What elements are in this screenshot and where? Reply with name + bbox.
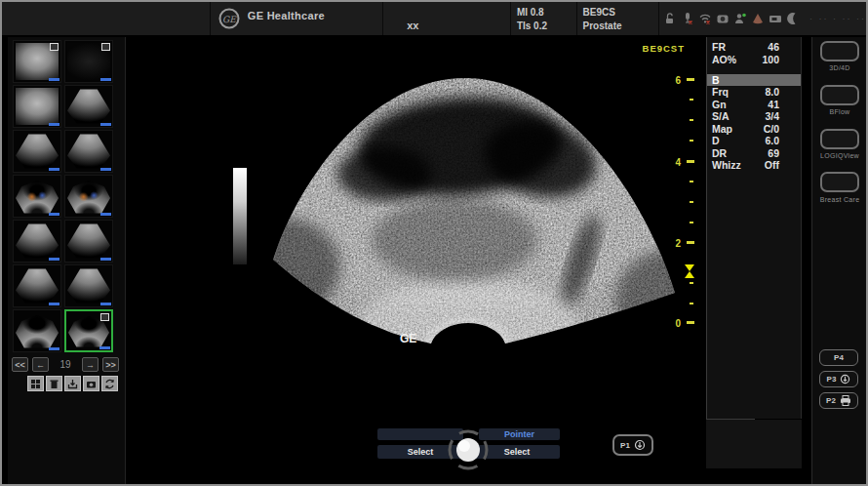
patient-id: xx (407, 20, 418, 31)
p1-label: P1 (620, 441, 630, 450)
user-online-icon (733, 12, 747, 25)
param-row-map: MapC/0 (707, 123, 801, 135)
depth-tick-0: 0 (675, 318, 681, 329)
ge-logo-icon: GE (218, 8, 240, 29)
mode-button-breastcare[interactable] (820, 172, 859, 192)
mi-value: MI 0.8 (517, 6, 576, 20)
top-bar-blank (2, 2, 210, 35)
mode-label-logiqview: LOGIQView (812, 152, 867, 159)
p4-label: P4 (834, 353, 844, 362)
preset-label: BE9CST (643, 43, 685, 54)
vendor-watermark: GE (400, 332, 416, 345)
ultrasound-screen: GE GE Healthcare xx MI 0.8 TIs 0.2 BE9CS… (0, 0, 868, 486)
probe-preset-indicator[interactable]: BE9CS Prostate (576, 2, 658, 35)
thumbnail-pager: << ← 19 → >> (12, 357, 119, 372)
printer-icon (840, 395, 851, 406)
thumbnail-badge-icon (100, 313, 109, 321)
wifi-off-icon (698, 12, 712, 25)
mode-label-bflow: BFlow (812, 108, 867, 115)
param-row-fr: FR46 (707, 41, 801, 53)
thumbnail-8[interactable] (64, 175, 113, 218)
thumbnail-9[interactable] (13, 220, 61, 263)
connector-icon (769, 12, 782, 25)
last-page-button[interactable]: >> (102, 357, 119, 372)
svg-text:GE: GE (222, 15, 237, 24)
transducer-icon (751, 12, 765, 25)
p4-button[interactable]: P4 (819, 349, 858, 366)
thumbnail-badge-icon (101, 43, 110, 51)
mode-button-bflow[interactable] (820, 85, 859, 105)
focus-marker-icon (685, 264, 694, 278)
thumbnail-7[interactable] (13, 175, 61, 218)
grid-icon[interactable] (27, 376, 44, 391)
first-page-button[interactable]: << (12, 357, 28, 372)
snapshot-icon[interactable] (83, 376, 99, 391)
thumbnail-2[interactable] (64, 40, 113, 83)
probe-alert-icon (681, 12, 694, 25)
thumbnail-badge-icon (50, 43, 59, 51)
depth-tick-4: 4 (675, 157, 681, 168)
status-dots: · ·· · ·· ·· (809, 14, 866, 23)
thumbnail-10[interactable] (64, 220, 113, 263)
scan-fan[interactable]: GE (228, 78, 706, 373)
next-page-button[interactable]: → (82, 357, 99, 372)
thumbnail-grid (13, 40, 113, 352)
param-row-dr: DR69 (707, 147, 801, 159)
thumbnail-13[interactable] (13, 309, 61, 352)
crescent-icon (786, 12, 800, 25)
thumbnail-4[interactable] (64, 85, 113, 128)
thumbnail-14-selected[interactable] (64, 309, 113, 352)
status-icon-tray: · ·· · ·· ·· (658, 2, 866, 35)
trash-icon[interactable] (46, 376, 62, 391)
param-row-bmode: B (707, 74, 801, 86)
preset-name: Prostate (583, 20, 658, 33)
thumbnail-12[interactable] (64, 264, 113, 307)
depth-tick-2: 2 (675, 238, 681, 249)
b-mode-parameter-panel: FR46 AO%100 B Frq8.0 Gn41 S/A3/4 MapC/0 … (706, 37, 802, 419)
brand-text: GE Healthcare (248, 10, 325, 21)
thumbnail-11[interactable] (13, 264, 61, 307)
sync-icon[interactable] (101, 376, 118, 391)
acoustic-output-readout: MI 0.8 TIs 0.2 (510, 2, 576, 35)
thumbnail-3[interactable] (13, 85, 61, 128)
mode-button-logiqview[interactable] (820, 129, 859, 149)
clipboard-toolbar (27, 376, 118, 391)
trackball-highlight (458, 440, 470, 452)
thumbnail-6[interactable] (64, 130, 113, 173)
param-panel-lower (706, 420, 802, 468)
depth-tick-6: 6 (675, 75, 681, 86)
param-row-whizz: WhizzOff (707, 159, 801, 171)
p2-button[interactable]: P2 (819, 392, 858, 409)
p3-button[interactable]: P3 (819, 371, 858, 387)
p1-button[interactable]: P1 (612, 434, 653, 456)
probe-model: BE9CS (583, 6, 658, 20)
prev-page-button[interactable]: ← (32, 357, 49, 372)
param-row-d: D6.0 (707, 135, 801, 146)
top-bar: GE GE Healthcare xx MI 0.8 TIs 0.2 BE9CS… (2, 2, 866, 35)
depth-ruler: 6 4 2 0 (675, 75, 694, 329)
thumbnail-5[interactable] (13, 130, 61, 173)
param-row-gn: Gn41 (707, 99, 801, 110)
unlock-icon (663, 12, 677, 25)
page-counter: 19 (53, 359, 78, 370)
p3-label: P3 (827, 375, 837, 384)
brand-section: GE GE Healthcare (210, 2, 382, 35)
p2-label: P2 (826, 396, 836, 405)
save-icon[interactable] (64, 376, 81, 391)
thumbnail-1[interactable] (13, 40, 61, 83)
mode-label-breastcare: Breast Care (812, 196, 867, 203)
disc-icon (634, 439, 646, 451)
camera-icon (716, 12, 730, 25)
trackball-key-pointer[interactable]: Pointer (479, 428, 560, 440)
param-row-sa: S/A3/4 (707, 110, 801, 122)
clipboard-sidebar: << ← 19 → >> (8, 37, 125, 486)
mode-label-3d4d: 3D/4D (812, 64, 867, 71)
mode-button-3d4d[interactable] (820, 41, 859, 61)
tis-value: TIs 0.2 (517, 20, 576, 33)
patient-banner[interactable]: xx (382, 2, 510, 35)
trackball-indicator[interactable] (446, 427, 491, 476)
ultrasound-image[interactable]: GE BE9CST 6 4 2 0 (228, 37, 706, 486)
param-row-ao: AO%100 (707, 54, 801, 65)
grayscale-bar (233, 168, 247, 264)
disc-icon (840, 374, 850, 385)
